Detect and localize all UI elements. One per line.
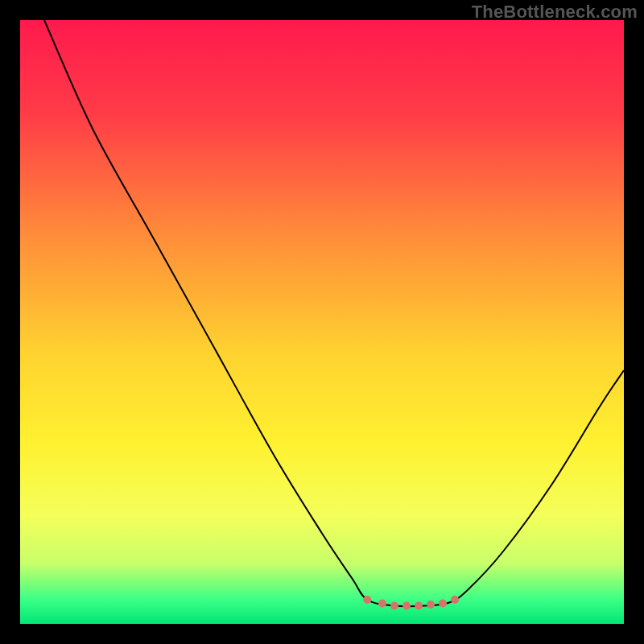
highlight-marker [451,596,459,604]
plot-area [20,20,624,624]
chart-container: TheBottleneck.com [0,0,644,644]
highlight-marker [378,600,386,608]
highlight-marker [439,600,447,608]
highlight-marker [390,602,398,610]
highlight-marker [363,596,371,604]
highlight-marker [402,602,411,610]
watermark-text: TheBottleneck.com [472,2,638,23]
highlight-marker [415,602,423,610]
highlight-marker [427,601,435,609]
chart-svg [20,20,624,624]
